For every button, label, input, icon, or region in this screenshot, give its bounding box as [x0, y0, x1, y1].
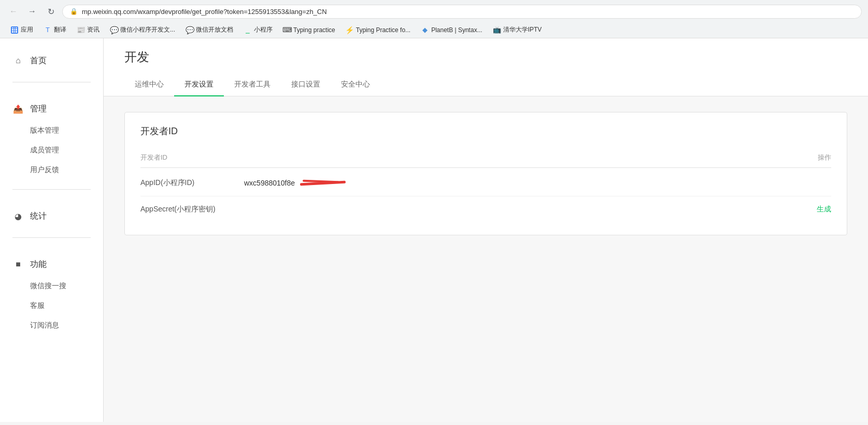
tv-icon: 📺: [493, 26, 501, 34]
page-header: 开发 运维中心 开发设置 开发者工具 接口设置 安全中心: [104, 38, 868, 96]
lock-icon: 🔒: [70, 8, 78, 15]
forward-button[interactable]: →: [25, 4, 39, 19]
appsecret-label: AppSecret(小程序密钥): [140, 205, 244, 214]
appid-value: wxc5988010f8e: [244, 178, 800, 188]
sidebar-stats-section: ◕ 统计: [0, 194, 103, 233]
sidebar-item-stats[interactable]: ◕ 统计: [0, 204, 103, 228]
developer-id-section: 开发者ID 开发者ID 操作 AppID(小程序ID) wxc5988010f8…: [124, 112, 847, 235]
sidebar-item-customer-service[interactable]: 客服: [0, 296, 103, 316]
back-button[interactable]: ←: [6, 4, 21, 19]
sidebar-item-version[interactable]: 版本管理: [0, 121, 103, 140]
bookmark-miniapp-dev-label: 微信小程序开发文...: [120, 25, 175, 34]
main-content: 开发 运维中心 开发设置 开发者工具 接口设置 安全中心: [104, 38, 868, 422]
bookmarks-bar: 应用 T 翻译 📰 资讯 💬 微信小程序开发文... 💬 微信开放文档 ⎯ 小程…: [0, 23, 868, 38]
translate-icon: T: [44, 26, 52, 34]
reload-button[interactable]: ↻: [44, 4, 58, 19]
tab-security[interactable]: 安全中心: [331, 74, 380, 96]
bolt-icon: ⚡: [346, 26, 354, 34]
keyboard-icon: ⌨: [283, 26, 291, 34]
appid-label: AppID(小程序ID): [140, 178, 244, 188]
bookmark-typing-fo[interactable]: ⚡ Typing Practice fo...: [341, 24, 415, 36]
sidebar-divider-3: [12, 237, 91, 238]
browser-top-bar: ← → ↻ 🔒 mp.weixin.qq.com/wxamp/devprofil…: [0, 0, 868, 23]
bookmark-news[interactable]: 📰 资讯: [73, 24, 104, 36]
bookmark-apps-label: 应用: [21, 25, 33, 34]
sidebar-home-section: ⌂ 首页: [0, 38, 103, 78]
bookmark-news-label: 资讯: [87, 25, 99, 34]
sidebar-manage-label: 管理: [30, 104, 47, 115]
tab-dev-settings[interactable]: 开发设置: [174, 74, 224, 96]
sidebar-home-label: 首页: [30, 55, 47, 66]
content-area: 开发者ID 开发者ID 操作 AppID(小程序ID) wxc5988010f8…: [104, 96, 868, 261]
sidebar: ⌂ 首页 📤 管理 版本管理 成员管理 用户反馈 ◕: [0, 38, 104, 422]
sidebar-divider-1: [12, 82, 91, 82]
bookmark-wechat-docs[interactable]: 💬 微信开放文档: [181, 24, 237, 36]
home-icon: ⌂: [12, 55, 24, 66]
sidebar-divider-2: [12, 189, 91, 190]
sidebar-item-search[interactable]: 微信搜一搜: [0, 276, 103, 296]
tab-dev-tools[interactable]: 开发者工具: [224, 74, 281, 96]
browser-chrome: ← → ↻ 🔒 mp.weixin.qq.com/wxamp/devprofil…: [0, 0, 868, 38]
redacted-mark: [300, 178, 347, 188]
field-table-header: 开发者ID 操作: [140, 148, 831, 168]
manage-icon: 📤: [12, 103, 24, 115]
header-id-label: 开发者ID: [140, 153, 800, 162]
bookmark-miniapp-label: 小程序: [254, 25, 273, 34]
news-icon: 📰: [77, 26, 85, 34]
bookmark-wechat-docs-label: 微信开放文档: [196, 25, 233, 34]
page-title: 开发: [124, 49, 847, 74]
bookmark-planetb-label: PlanetB | Syntax...: [431, 26, 482, 34]
appsecret-row: AppSecret(小程序密钥) 生成: [140, 196, 831, 222]
wechat-docs-icon: 💬: [186, 26, 194, 34]
function-icon: ■: [12, 259, 24, 270]
generate-link[interactable]: 生成: [817, 205, 831, 213]
miniapp-icon: ⎯: [244, 26, 252, 34]
appid-row: AppID(小程序ID) wxc5988010f8e: [140, 170, 831, 196]
tab-api-settings[interactable]: 接口设置: [281, 74, 331, 96]
bookmark-apps[interactable]: 应用: [6, 24, 37, 36]
bookmark-miniapp[interactable]: ⎯ 小程序: [239, 24, 277, 36]
bookmark-tsinghua[interactable]: 📺 清华大学IPTV: [489, 24, 546, 36]
sidebar-item-feedback[interactable]: 用户反馈: [0, 160, 103, 180]
bookmark-planetb[interactable]: ◆ PlanetB | Syntax...: [417, 24, 487, 36]
app-container: ⌂ 首页 📤 管理 版本管理 成员管理 用户反馈 ◕: [0, 38, 868, 422]
sidebar-item-subscription[interactable]: 订阅消息: [0, 316, 103, 335]
sidebar-item-function[interactable]: ■ 功能: [0, 252, 103, 276]
stats-icon: ◕: [12, 210, 24, 222]
section-title: 开发者ID: [140, 125, 831, 137]
bookmark-translate[interactable]: T 翻译: [39, 24, 70, 36]
sidebar-manage-section: 📤 管理 版本管理 成员管理 用户反馈: [0, 87, 103, 185]
bookmark-typing-practice-label: Typing practice: [293, 26, 335, 34]
sidebar-stats-label: 统计: [30, 211, 47, 222]
tabs: 运维中心 开发设置 开发者工具 接口设置 安全中心: [124, 74, 847, 96]
bookmark-tsinghua-label: 清华大学IPTV: [503, 25, 542, 34]
bookmark-typing-fo-label: Typing Practice fo...: [356, 26, 410, 34]
sidebar-item-home[interactable]: ⌂ 首页: [0, 49, 103, 73]
url-text: mp.weixin.qq.com/wxamp/devprofile/get_pr…: [82, 8, 854, 16]
wechat-icon: 💬: [110, 26, 118, 34]
sidebar-item-member[interactable]: 成员管理: [0, 140, 103, 160]
bookmark-translate-label: 翻译: [54, 25, 66, 34]
address-bar[interactable]: 🔒 mp.weixin.qq.com/wxamp/devprofile/get_…: [62, 5, 862, 19]
bookmark-miniapp-dev[interactable]: 💬 微信小程序开发文...: [106, 24, 179, 36]
diamond-icon: ◆: [421, 26, 429, 34]
sidebar-function-label: 功能: [30, 259, 47, 270]
grid-icon: [10, 26, 19, 34]
tab-ops[interactable]: 运维中心: [124, 74, 174, 96]
appsecret-action: 生成: [800, 205, 831, 214]
bookmark-typing-practice[interactable]: ⌨ Typing practice: [279, 24, 339, 36]
sidebar-function-section: ■ 功能 微信搜一搜 客服 订阅消息: [0, 242, 103, 341]
header-action-label: 操作: [800, 153, 831, 162]
sidebar-item-manage[interactable]: 📤 管理: [0, 97, 103, 121]
appid-partial-text: wxc5988010f8e: [244, 179, 295, 187]
